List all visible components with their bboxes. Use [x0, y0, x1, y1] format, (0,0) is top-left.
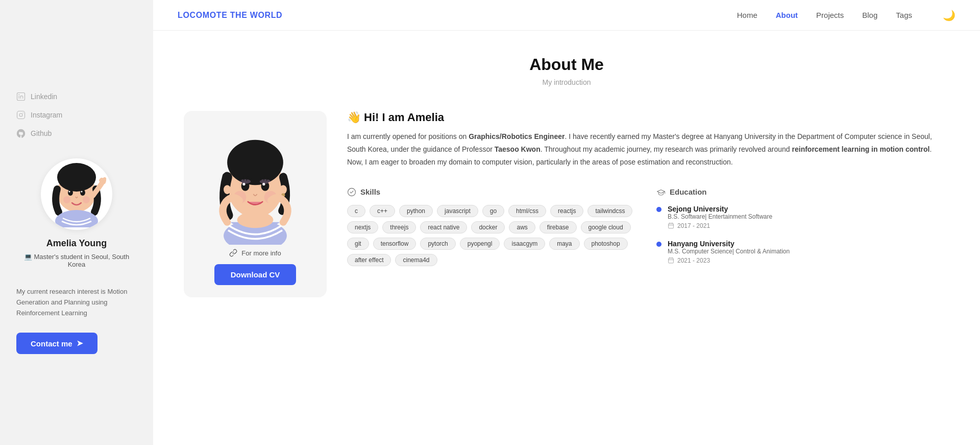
- skills-label: Skills: [360, 188, 380, 196]
- avatar-large-card: For more info Download CV: [184, 111, 327, 297]
- skill-tag: docker: [471, 221, 505, 233]
- bio-paragraph: I am currently opened for positions on G…: [347, 130, 949, 169]
- page-subtitle: My introduction: [184, 78, 949, 86]
- user-description: My current research interest is Motion G…: [16, 287, 137, 318]
- calendar-icon: [668, 222, 674, 229]
- dark-mode-toggle[interactable]: 🌙: [943, 9, 955, 21]
- skill-tag: threejs: [382, 221, 416, 233]
- skill-tag: c++: [370, 205, 395, 217]
- svg-point-5: [22, 112, 23, 113]
- edu-dot: [656, 207, 662, 212]
- skill-tag: firebase: [540, 221, 577, 233]
- svg-point-4: [19, 113, 22, 116]
- about-grid: For more info Download CV 👋 Hi! I am Ame…: [184, 111, 949, 297]
- nav-projects[interactable]: Projects: [816, 11, 844, 19]
- github-icon: [16, 129, 26, 138]
- svg-rect-0: [17, 93, 25, 101]
- skill-tag: maya: [549, 238, 579, 250]
- education-item: Hanyang University M.S. Computer Science…: [656, 240, 949, 264]
- svg-point-30: [237, 212, 274, 228]
- edu-university: Hanyang University: [668, 240, 790, 248]
- social-links: Linkedin Instagram Github: [16, 92, 62, 138]
- edu-degree: B.S. Software| Entertainment Software: [668, 213, 772, 220]
- contact-me-button[interactable]: Contact me ➤: [16, 333, 97, 354]
- education-section: Education Sejong University B.S. Softwar…: [656, 188, 949, 266]
- education-label: Education: [670, 188, 707, 196]
- svg-point-2: [18, 94, 19, 95]
- bio-section: 👋 Hi! I am Amelia I am currently opened …: [347, 111, 949, 266]
- main-content: LOCOMOTE THE WORLD Home About Projects B…: [153, 0, 980, 445]
- skill-tag: tensorflow: [373, 238, 416, 250]
- edu-university: Sejong University: [668, 205, 772, 213]
- skill-tag: react native: [420, 221, 467, 233]
- education-icon: [656, 188, 666, 197]
- github-label: Github: [31, 129, 52, 137]
- edu-info: Sejong University B.S. Software| Enterta…: [668, 205, 772, 229]
- avatar-large-image: [199, 127, 311, 245]
- instagram-icon: [16, 110, 26, 120]
- skill-tag: git: [347, 238, 369, 250]
- avatar-container: Amelia Young 💻 Master's student in Seoul…: [16, 158, 137, 277]
- avatar-image: [43, 161, 110, 227]
- skill-tag: javascript: [437, 205, 478, 217]
- svg-rect-32: [669, 223, 674, 228]
- education-heading: Education: [656, 188, 949, 197]
- instagram-label: Instagram: [31, 111, 62, 119]
- nav-links: Home About Projects Blog Tags 🌙: [737, 9, 955, 21]
- edu-degree: M.S. Computer Science| Control & Animati…: [668, 248, 790, 255]
- linkedin-label: Linkedin: [31, 92, 57, 101]
- for-more-info: For more info: [229, 249, 281, 257]
- page-title: About Me: [184, 55, 949, 74]
- avatar: [41, 158, 112, 230]
- skill-tag: html/css: [508, 205, 546, 217]
- contact-btn-arrow: ➤: [77, 339, 83, 348]
- link-icon: [229, 249, 237, 257]
- svg-point-11: [69, 191, 70, 193]
- skill-tag: reactjs: [550, 205, 583, 217]
- bio-greeting: 👋 Hi! I am Amelia: [347, 111, 949, 124]
- svg-point-12: [81, 191, 83, 193]
- svg-point-19: [224, 185, 231, 194]
- linkedin-icon: [16, 92, 26, 101]
- navbar: LOCOMOTE THE WORLD Home About Projects B…: [153, 0, 980, 31]
- svg-point-14: [83, 196, 90, 203]
- skill-tag: pyopengl: [460, 238, 500, 250]
- svg-point-27: [260, 179, 271, 184]
- education-list: Sejong University B.S. Software| Enterta…: [656, 205, 949, 264]
- skill-tag: c: [347, 205, 365, 217]
- nav-blog[interactable]: Blog: [862, 11, 877, 19]
- nav-home[interactable]: Home: [737, 11, 757, 19]
- skill-tag: photoshop: [584, 238, 628, 250]
- skills-edu-grid: Skills cc++pythonjavascriptgohtml/cssrea…: [347, 188, 949, 266]
- skill-tag: cinema4d: [395, 254, 437, 266]
- for-more-info-label: For more info: [241, 249, 281, 257]
- svg-rect-3: [17, 111, 25, 119]
- linkedin-link[interactable]: Linkedin: [16, 92, 62, 101]
- calendar-icon: [668, 257, 674, 264]
- skill-tag: nextjs: [347, 221, 378, 233]
- download-cv-button[interactable]: Download CV: [214, 264, 297, 285]
- svg-point-20: [280, 185, 287, 194]
- edu-dot: [656, 242, 662, 247]
- user-title: 💻 Master's student in Seoul, South Korea: [16, 253, 137, 268]
- user-name: Amelia Young: [46, 238, 107, 249]
- education-item: Sejong University B.S. Software| Enterta…: [656, 205, 949, 229]
- skill-tag: python: [399, 205, 433, 217]
- svg-point-10: [80, 190, 85, 196]
- instagram-link[interactable]: Instagram: [16, 110, 62, 120]
- skill-tag: isaacgym: [504, 238, 545, 250]
- github-link[interactable]: Github: [16, 129, 62, 138]
- skill-tag: pytorch: [420, 238, 455, 250]
- brand-logo[interactable]: LOCOMOTE THE WORLD: [178, 11, 282, 20]
- svg-point-9: [68, 190, 73, 196]
- skills-section: Skills cc++pythonjavascriptgohtml/cssrea…: [347, 188, 640, 266]
- sidebar: Linkedin Instagram Github: [0, 0, 153, 445]
- skills-heading: Skills: [347, 188, 640, 197]
- nav-tags[interactable]: Tags: [896, 11, 912, 19]
- nav-about[interactable]: About: [776, 11, 798, 19]
- svg-rect-33: [669, 258, 674, 263]
- page-content: About Me My introduction: [153, 31, 980, 445]
- edu-years: 2017 - 2021: [668, 222, 772, 229]
- skill-tag: google cloud: [581, 221, 631, 233]
- skill-tag: aws: [509, 221, 535, 233]
